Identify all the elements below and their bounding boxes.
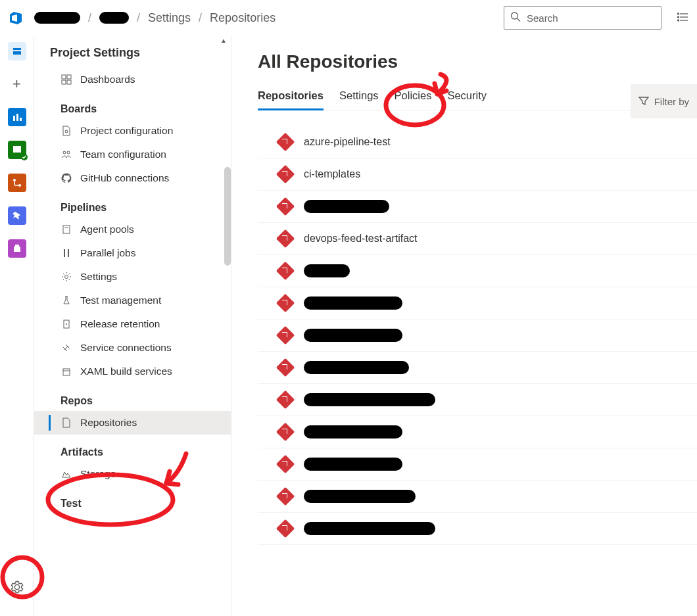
repo-row[interactable]: [258, 255, 697, 287]
svg-point-23: [67, 151, 70, 154]
breadcrumb-sep: /: [88, 11, 91, 25]
svg-point-0: [512, 12, 518, 19]
rail-overview-icon[interactable]: [8, 42, 26, 60]
nav-label: Storage: [80, 468, 116, 480]
nav-item-project-config[interactable]: Project configuration: [34, 119, 231, 143]
sidebar-title: Project Settings: [34, 36, 231, 68]
git-repo-icon: [276, 133, 295, 151]
svg-rect-8: [13, 116, 15, 121]
section-repos: Repos: [34, 383, 231, 411]
repo-name-redacted: [304, 393, 435, 406]
breadcrumb-sep: /: [199, 11, 202, 25]
git-repo-icon: [276, 455, 295, 473]
team-icon: [60, 149, 72, 160]
nav-label: Release retention: [80, 318, 160, 330]
git-repo-icon: [276, 358, 295, 377]
nav-item-parallel-jobs[interactable]: Parallel jobs: [34, 241, 231, 265]
breadcrumb-sep: /: [137, 11, 140, 25]
filter-button[interactable]: Filter by: [631, 84, 697, 118]
git-repo-icon: [276, 229, 295, 248]
repo-row[interactable]: [258, 448, 697, 481]
repo-row[interactable]: [258, 287, 697, 320]
repo-row[interactable]: [258, 352, 697, 384]
nav-label: Service connections: [80, 342, 172, 354]
rail-settings-gear-icon[interactable]: [10, 580, 24, 596]
git-repo-icon: [276, 165, 295, 183]
repo-name-redacted: [304, 490, 416, 503]
repo-row[interactable]: devops-feed-test-artifact: [258, 223, 697, 255]
nav-item-service-connections[interactable]: Service connections: [34, 336, 231, 360]
search-icon: [510, 12, 521, 24]
section-artifacts: Artifacts: [34, 435, 231, 462]
repo-row[interactable]: [258, 416, 697, 448]
rail-boards-icon[interactable]: [8, 108, 26, 126]
repo-name-redacted: [304, 458, 402, 471]
caret-up-icon[interactable]: ▲: [220, 37, 227, 44]
nav-item-pipeline-settings[interactable]: Settings: [34, 265, 231, 289]
git-repo-icon: [276, 423, 295, 441]
nav-item-team-config[interactable]: Team configuration: [34, 143, 231, 166]
nav-item-storage[interactable]: Storage: [34, 462, 231, 486]
repo-icon: [60, 417, 72, 428]
azure-devops-logo[interactable]: [8, 10, 24, 26]
scrollbar-thumb[interactable]: [224, 167, 231, 266]
repo-row[interactable]: [258, 481, 697, 513]
svg-rect-17: [62, 75, 66, 79]
nav-item-dashboards[interactable]: Dashboards: [34, 68, 231, 91]
repo-name-redacted: [304, 296, 402, 310]
retention-icon: [60, 319, 72, 329]
search-input[interactable]: [504, 6, 661, 30]
tab-policies[interactable]: Policies: [395, 84, 432, 110]
left-rail: +: [0, 36, 34, 616]
svg-point-14: [18, 184, 21, 187]
repo-row[interactable]: [258, 384, 697, 416]
repo-row[interactable]: [258, 320, 697, 352]
nav-item-github-connections[interactable]: GitHub connections: [34, 166, 231, 190]
rail-new-icon[interactable]: +: [8, 75, 26, 93]
tab-settings[interactable]: Settings: [339, 84, 379, 110]
page-title: All Repositories: [258, 51, 697, 72]
svg-rect-9: [16, 114, 18, 121]
svg-rect-31: [63, 369, 70, 375]
nav-item-agent-pools[interactable]: Agent pools: [34, 218, 231, 241]
rail-repos-icon[interactable]: [8, 141, 26, 159]
section-boards: Boards: [34, 91, 231, 119]
svg-rect-19: [62, 80, 66, 84]
breadcrumb-settings[interactable]: Settings: [148, 11, 191, 25]
build-icon: [60, 366, 72, 377]
rail-pipelines-icon[interactable]: [8, 174, 26, 192]
nav-item-release-retention[interactable]: Release retention: [34, 312, 231, 336]
section-pipelines: Pipelines: [34, 190, 231, 218]
nav-label: Team configuration: [80, 149, 166, 160]
nav-item-xaml-build[interactable]: XAML build services: [34, 360, 231, 383]
repo-name: devops-feed-test-artifact: [304, 233, 418, 245]
rail-testplans-icon[interactable]: [8, 206, 26, 225]
repo-name-redacted: [304, 425, 402, 438]
section-test: Test: [34, 486, 231, 513]
svg-point-7: [678, 20, 679, 21]
git-repo-icon: [276, 519, 295, 538]
git-repo-icon: [276, 487, 295, 506]
repo-row[interactable]: ci-templates: [258, 158, 697, 191]
repo-name-redacted: [304, 361, 409, 374]
svg-rect-18: [67, 75, 71, 79]
github-icon: [60, 173, 72, 183]
breadcrumb-org-redacted: [34, 12, 80, 24]
tab-security[interactable]: Security: [447, 84, 487, 110]
tab-repositories[interactable]: Repositories: [258, 84, 324, 110]
nav-label: Repositories: [80, 417, 137, 429]
repo-name: azure-pipeline-test: [304, 136, 391, 148]
tabs: Repositories Settings Policies Security …: [258, 84, 697, 110]
repo-row[interactable]: [258, 191, 697, 223]
rail-artifacts-icon[interactable]: [8, 239, 26, 258]
repo-name-redacted: [304, 264, 350, 277]
svg-point-13: [13, 179, 16, 181]
svg-rect-10: [20, 118, 22, 121]
nav-item-repositories[interactable]: Repositories: [34, 411, 231, 435]
repo-row[interactable]: azure-pipeline-test: [258, 126, 697, 158]
repo-row[interactable]: [258, 513, 697, 545]
breadcrumb-repositories[interactable]: Repositories: [210, 11, 276, 25]
gear-icon: [60, 272, 72, 282]
nav-item-test-management[interactable]: Test management: [34, 289, 231, 312]
list-view-icon[interactable]: [677, 11, 689, 25]
